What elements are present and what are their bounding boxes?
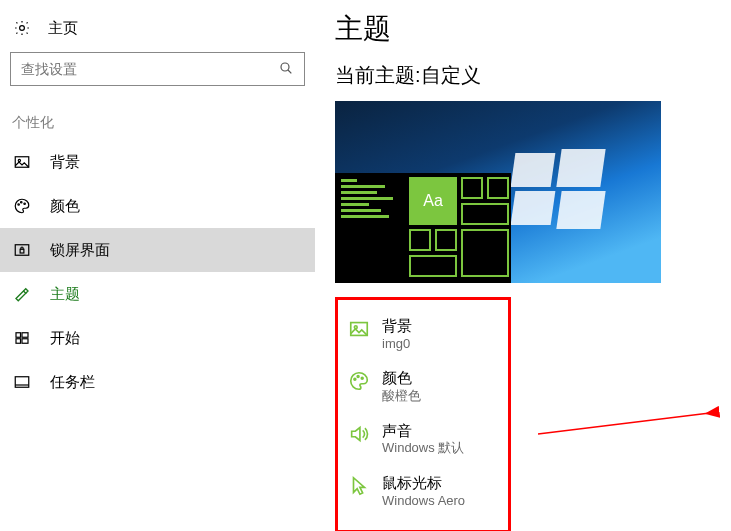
svg-point-5 [18,204,20,206]
start-icon [12,328,32,348]
svg-point-17 [354,326,357,329]
preview-tiles: Aa [405,173,511,283]
theme-icon [12,284,32,304]
sidebar-item-background[interactable]: 背景 [0,140,315,184]
svg-rect-12 [16,339,21,344]
current-theme-label: 当前主题:自定义 [335,62,731,101]
preview-start-panel [335,173,405,283]
palette-icon [348,370,370,392]
sidebar-item-start[interactable]: 开始 [0,316,315,360]
search-box[interactable] [10,52,305,86]
svg-point-4 [18,159,20,161]
preview-tile-text: Aa [409,177,457,225]
option-title: 鼠标光标 [382,473,465,493]
svg-line-2 [288,70,291,73]
gear-icon [12,18,32,38]
svg-rect-11 [22,333,28,338]
sidebar-item-label: 颜色 [50,197,80,216]
sidebar-item-label: 任务栏 [50,373,95,392]
theme-option-cursor[interactable]: 鼠标光标 Windows Aero [348,465,498,517]
svg-rect-9 [20,249,24,253]
option-subtitle: Windows Aero [382,493,465,510]
image-icon [12,152,32,172]
svg-point-7 [24,203,26,205]
sidebar-item-themes[interactable]: 主题 [0,272,315,316]
lockscreen-icon [12,240,32,260]
page-title: 主题 [335,10,731,62]
svg-rect-8 [15,245,29,256]
option-title: 背景 [382,316,412,336]
sidebar-item-label: 主题 [50,285,80,304]
svg-point-6 [21,202,23,204]
sidebar-item-label: 锁屏界面 [50,241,110,260]
sidebar-item-label: 开始 [50,329,80,348]
sidebar-item-taskbar[interactable]: 任务栏 [0,360,315,404]
svg-rect-14 [15,377,29,388]
option-subtitle: Windows 默认 [382,440,464,457]
palette-icon [12,196,32,216]
sidebar-item-label: 背景 [50,153,80,172]
home-button[interactable]: 主页 [0,18,315,52]
option-subtitle: img0 [382,336,412,353]
search-input[interactable] [21,61,278,77]
theme-option-color[interactable]: 颜色 酸橙色 [348,360,498,412]
sound-icon [348,423,370,445]
theme-option-background[interactable]: 背景 img0 [348,308,498,360]
sidebar: 主页 个性化 背景 [0,0,315,531]
svg-point-0 [20,26,25,31]
cursor-icon [348,475,370,497]
svg-rect-13 [22,339,28,344]
svg-point-1 [281,63,289,71]
svg-point-18 [354,379,356,381]
sidebar-item-colors[interactable]: 颜色 [0,184,315,228]
taskbar-icon [12,372,32,392]
category-label: 个性化 [0,86,315,140]
theme-option-sound[interactable]: 声音 Windows 默认 [348,413,498,465]
option-subtitle: 酸橙色 [382,388,421,405]
windows-logo-icon [513,149,603,227]
sidebar-item-lockscreen[interactable]: 锁屏界面 [0,228,315,272]
svg-point-19 [357,376,359,378]
option-title: 声音 [382,421,464,441]
svg-rect-10 [16,333,21,338]
home-label: 主页 [48,19,78,38]
theme-options-box: 背景 img0 颜色 酸橙色 [335,297,511,531]
option-title: 颜色 [382,368,421,388]
main-content: 主题 当前主题:自定义 Aa [315,0,731,531]
image-icon [348,318,370,340]
theme-preview[interactable]: Aa [335,101,661,283]
search-icon [278,60,294,79]
svg-point-20 [361,378,363,380]
